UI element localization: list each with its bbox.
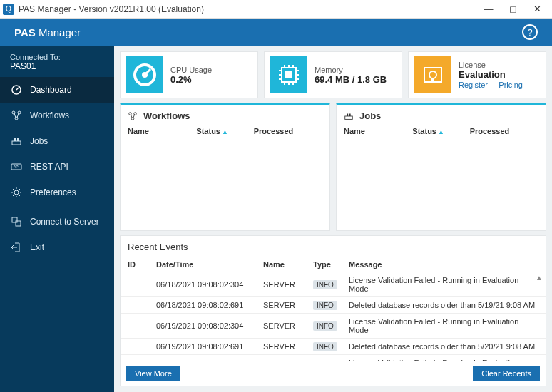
- cell-type: INFO: [313, 301, 349, 309]
- clear-recents-button[interactable]: Clear Recents: [473, 366, 540, 381]
- sidebar: Connected To: PAS01 Dashboard Workflows …: [0, 46, 114, 392]
- col-status[interactable]: Status▲: [412, 127, 469, 135]
- cell-datetime: 06/19/2021 09:08:02:691: [156, 342, 263, 351]
- connect-icon: [10, 215, 23, 228]
- event-row[interactable]: 06/19/2021 09:08:02:691SERVERINFODeleted…: [121, 339, 546, 355]
- app-logo-icon: Q: [3, 4, 14, 15]
- factory-icon: [344, 111, 354, 121]
- cell-message: Deleted database records older than 5/20…: [349, 342, 538, 351]
- event-row[interactable]: 06/20/2021 09:08:02:304SERVERINFOLicense…: [121, 355, 546, 361]
- cell-message: Deleted database records older than 5/19…: [349, 301, 538, 309]
- view-more-button[interactable]: View More: [126, 366, 180, 381]
- sidebar-item-label: Connect to Server: [30, 217, 99, 227]
- jobs-panel-title: Jobs: [359, 110, 381, 121]
- cell-name: SERVER: [263, 342, 313, 351]
- events-panel: Recent Events ID Date/Time Name Type Mes…: [120, 235, 546, 386]
- sidebar-item-exit[interactable]: Exit: [0, 234, 114, 260]
- sort-asc-icon: ▲: [438, 128, 444, 135]
- window-title: PAS Manager - Version v2021R1.00 (Evalua…: [19, 4, 476, 14]
- svg-rect-5: [14, 138, 16, 141]
- sidebar-item-preferences[interactable]: Preferences: [0, 180, 114, 205]
- col-datetime[interactable]: Date/Time: [156, 260, 263, 269]
- help-icon[interactable]: ?: [522, 24, 538, 40]
- register-link[interactable]: Register: [459, 81, 488, 89]
- share-icon: [128, 111, 138, 121]
- connection-info: Connected To: PAS01: [0, 46, 114, 73]
- svg-text:API: API: [14, 165, 19, 169]
- cell-name: SERVER: [263, 321, 313, 330]
- events-header: ID Date/Time Name Type Message: [121, 257, 546, 272]
- col-processed[interactable]: Processed: [254, 127, 322, 135]
- sidebar-item-jobs[interactable]: Jobs: [0, 128, 114, 154]
- svg-rect-15: [285, 71, 292, 78]
- sidebar-item-label: Jobs: [30, 136, 48, 146]
- sidebar-item-label: Exit: [30, 242, 44, 252]
- cell-message: License Validation Failed - Running in E…: [349, 276, 538, 293]
- workflows-panel: Workflows Name Status▲ Processed: [120, 103, 330, 231]
- pricing-link[interactable]: Pricing: [499, 81, 523, 89]
- cell-datetime: 06/18/2021 09:08:02:691: [156, 301, 263, 309]
- cell-type: INFO: [313, 321, 349, 330]
- topbar: PAS Manager ?: [0, 19, 552, 46]
- brand-label: PAS Manager: [14, 26, 81, 38]
- cell-type: INFO: [313, 342, 349, 351]
- col-type[interactable]: Type: [313, 260, 349, 269]
- workflows-header: Name Status▲ Processed: [128, 127, 322, 138]
- svg-point-17: [429, 71, 436, 78]
- sidebar-item-workflows[interactable]: Workflows: [0, 103, 114, 128]
- cell-name: SERVER: [263, 280, 313, 289]
- license-card: License Evaluation Register Pricing: [408, 51, 546, 98]
- license-label: License: [459, 61, 531, 69]
- sort-asc-icon: ▲: [222, 128, 228, 135]
- events-title: Recent Events: [121, 236, 546, 257]
- col-name[interactable]: Name: [128, 127, 196, 135]
- sidebar-item-connect[interactable]: Connect to Server: [0, 209, 114, 234]
- maximize-button[interactable]: ◻: [501, 4, 525, 14]
- event-row[interactable]: 06/18/2021 09:08:02:304SERVERINFOLicense…: [121, 272, 546, 297]
- col-id[interactable]: ID: [128, 260, 156, 269]
- exit-icon: [10, 241, 23, 254]
- jobs-panel: Jobs Name Status▲ Processed: [336, 103, 546, 231]
- cpu-label: CPU Usage: [170, 66, 212, 74]
- sidebar-item-dashboard[interactable]: Dashboard: [0, 77, 114, 103]
- col-name[interactable]: Name: [263, 260, 313, 269]
- sidebar-item-label: Preferences: [30, 187, 76, 197]
- cell-name: SERVER: [263, 301, 313, 309]
- sidebar-item-restapi[interactable]: API REST API: [0, 154, 114, 180]
- cell-datetime: 06/18/2021 09:08:02:304: [156, 280, 263, 289]
- col-message[interactable]: Message: [349, 260, 538, 269]
- event-row[interactable]: 06/18/2021 09:08:02:691SERVERINFODeleted…: [121, 297, 546, 314]
- titlebar: Q PAS Manager - Version v2021R1.00 (Eval…: [0, 0, 552, 19]
- svg-rect-10: [12, 217, 17, 222]
- sidebar-separator: [0, 207, 114, 207]
- connection-server: PAS01: [10, 61, 104, 71]
- memory-value: 69.4 MB / 1.8 GB: [315, 74, 387, 85]
- close-button[interactable]: ✕: [525, 4, 549, 14]
- minimize-button[interactable]: —: [476, 4, 501, 14]
- svg-rect-6: [17, 138, 19, 141]
- cell-type: INFO: [313, 280, 349, 289]
- svg-rect-11: [16, 221, 21, 226]
- license-icon: [414, 56, 451, 93]
- cell-datetime: 06/19/2021 09:08:02:304: [156, 321, 263, 330]
- event-row[interactable]: 06/19/2021 09:08:02:304SERVERINFOLicense…: [121, 314, 546, 339]
- workflows-panel-title: Workflows: [143, 110, 190, 121]
- svg-rect-22: [347, 113, 348, 116]
- jobs-header: Name Status▲ Processed: [344, 127, 538, 138]
- cpu-card: CPU Usage 0.2%: [120, 51, 258, 98]
- cpu-value: 0.2%: [170, 74, 212, 85]
- col-status[interactable]: Status▲: [196, 127, 253, 135]
- jobs-icon: [10, 135, 23, 148]
- workflows-icon: [10, 109, 23, 122]
- memory-card: Memory 69.4 MB / 1.8 GB: [264, 51, 402, 98]
- main-area: CPU Usage 0.2% Memory 69.4 MB / 1.8 GB L…: [114, 46, 552, 392]
- col-processed[interactable]: Processed: [470, 127, 538, 135]
- dashboard-icon: [10, 83, 23, 96]
- gauge-icon: [126, 56, 163, 93]
- svg-rect-4: [12, 141, 21, 145]
- scroll-up-icon[interactable]: ▲: [536, 274, 543, 282]
- svg-rect-21: [345, 116, 353, 119]
- sidebar-item-label: Workflows: [30, 110, 69, 120]
- cell-message: License Validation Failed - Running in E…: [349, 317, 538, 334]
- col-name[interactable]: Name: [344, 127, 412, 135]
